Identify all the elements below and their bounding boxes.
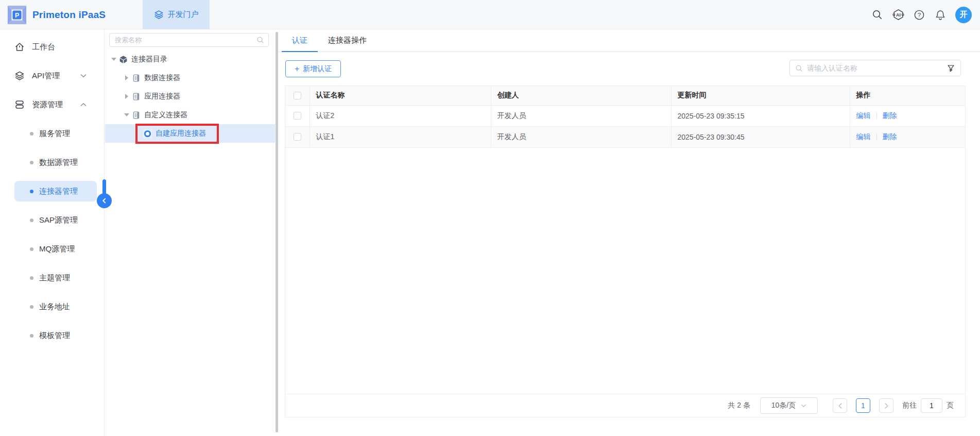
filter-funnel-icon[interactable] xyxy=(947,64,955,73)
sidebar-item-label: SAP源管理 xyxy=(39,215,78,225)
tree-node-data-connector[interactable]: 数据连接器 xyxy=(105,69,275,87)
tab-label: 认证 xyxy=(292,36,307,45)
edit-link[interactable]: 编辑 xyxy=(856,111,871,120)
ai-assistant-icon[interactable]: AI xyxy=(892,9,904,21)
tree-node-app-connector[interactable]: 应用连接器 xyxy=(105,87,275,106)
edit-link[interactable]: 编辑 xyxy=(856,132,871,141)
search-icon[interactable] xyxy=(871,9,883,21)
cell-updated: 2025-05-23 09:35:15 xyxy=(671,105,850,126)
page-unit-label: 页 xyxy=(947,401,954,410)
sidebar-nav: 工作台 API管理 资源管理 服务管理 数据源管理 xyxy=(0,29,105,436)
select-all-checkbox[interactable] xyxy=(294,92,301,99)
ring-icon xyxy=(143,129,152,138)
caret-right-icon[interactable] xyxy=(123,75,131,80)
next-page-button[interactable] xyxy=(879,398,893,413)
svg-text:P: P xyxy=(15,12,19,19)
tree-node-label: 自定义连接器 xyxy=(144,110,187,120)
sidebar-item-template-mgmt[interactable]: 模板管理 xyxy=(14,325,97,346)
tree-node-custom-connector[interactable]: 自定义连接器 xyxy=(105,106,275,124)
sidebar-item-datasource-mgmt[interactable]: 数据源管理 xyxy=(14,152,97,173)
cell-creator: 开发人员 xyxy=(491,126,671,147)
sidebar-item-label: 工作台 xyxy=(32,42,55,52)
layers-icon xyxy=(154,10,164,20)
sidebar-collapse-button[interactable] xyxy=(97,193,112,208)
column-header-updated: 更新时间 xyxy=(671,86,850,105)
sidebar-item-resources[interactable]: 资源管理 xyxy=(0,94,104,115)
tree-node-label: 自建应用连接器 xyxy=(156,129,206,138)
page-size-select[interactable]: 10条/页 xyxy=(760,397,818,414)
cell-updated: 2025-05-23 09:30:45 xyxy=(671,126,850,147)
tree-scrollbar[interactable] xyxy=(276,32,278,432)
delete-link[interactable]: 删除 xyxy=(883,111,897,120)
table-empty-area xyxy=(285,148,965,394)
sidebar-item-label: 主题管理 xyxy=(39,273,70,283)
auth-search-box xyxy=(789,60,961,76)
pagination-bar: 共 2 条 10条/页 1 前往 页 xyxy=(285,394,965,417)
document-icon xyxy=(132,111,141,120)
chevron-left-icon xyxy=(838,403,843,409)
app-header: P Primeton iPaaS 开发门户 AI xyxy=(0,0,980,29)
sidebar-item-service-mgmt[interactable]: 服务管理 xyxy=(14,123,97,144)
sidebar-item-sap-mgmt[interactable]: SAP源管理 xyxy=(14,210,97,230)
bullet-icon xyxy=(30,305,33,309)
cell-creator: 开发人员 xyxy=(491,105,671,126)
tab-connector-operations[interactable]: 连接器操作 xyxy=(318,29,377,52)
caret-right-icon[interactable] xyxy=(123,94,131,99)
sidebar-item-label: 业务地址 xyxy=(39,302,70,312)
sidebar-item-connector-mgmt[interactable]: 连接器管理 xyxy=(14,181,97,202)
caret-down-icon[interactable] xyxy=(110,58,118,61)
sidebar-item-label: 模板管理 xyxy=(39,331,70,341)
sidebar-item-label: 连接器管理 xyxy=(39,187,78,196)
sidebar-item-business-address[interactable]: 业务地址 xyxy=(14,296,97,317)
bullet-icon xyxy=(30,161,33,164)
ai-badge-text: AI xyxy=(896,12,901,18)
sidebar-item-api[interactable]: API管理 xyxy=(0,65,104,86)
bullet-icon xyxy=(30,190,33,193)
auth-search-input[interactable] xyxy=(807,64,942,72)
chevron-left-icon xyxy=(101,198,107,204)
app-logo: P Primeton iPaaS xyxy=(7,0,106,29)
column-header-creator: 创建人 xyxy=(491,86,671,105)
action-divider xyxy=(876,113,877,119)
prev-page-button[interactable] xyxy=(833,398,847,413)
tab-authentication[interactable]: 认证 xyxy=(282,29,318,52)
user-avatar[interactable]: 开 xyxy=(955,7,972,23)
cell-auth-name: 认证1 xyxy=(310,126,491,147)
sidebar-item-label: 数据源管理 xyxy=(39,158,78,167)
document-icon xyxy=(132,92,141,101)
content-tab-bar: 认证 连接器操作 xyxy=(278,29,980,52)
table-row: 认证2 开发人员 2025-05-23 09:35:15 编辑删除 xyxy=(285,105,965,126)
tab-label: 连接器操作 xyxy=(328,36,367,45)
add-auth-button[interactable]: + 新增认证 xyxy=(285,60,341,77)
sidebar-item-label: MQ源管理 xyxy=(39,244,75,254)
auth-table: 认证名称 创建人 更新时间 操作 认证2 开发人员 2025-05-23 09:… xyxy=(285,86,965,148)
goto-page-input[interactable] xyxy=(921,398,942,413)
tree-node-connector-catalog[interactable]: 连接器目录 xyxy=(105,50,275,69)
row-checkbox[interactable] xyxy=(294,112,301,120)
connector-tree-panel: 连接器目录 数据连接器 xyxy=(105,29,278,436)
table-header-row: 认证名称 创建人 更新时间 操作 xyxy=(285,86,965,105)
sidebar-item-mq-mgmt[interactable]: MQ源管理 xyxy=(14,239,97,259)
table-row: 认证1 开发人员 2025-05-23 09:30:45 编辑删除 xyxy=(285,126,965,147)
portal-tab-label: 开发门户 xyxy=(168,10,199,20)
tree-node-label: 连接器目录 xyxy=(131,55,167,64)
help-icon[interactable]: ? xyxy=(913,9,925,21)
chevron-up-icon xyxy=(80,103,87,107)
tree-search-input[interactable] xyxy=(115,36,256,44)
notification-bell-icon[interactable] xyxy=(934,9,947,21)
sidebar-item-topic-mgmt[interactable]: 主题管理 xyxy=(14,267,97,288)
add-auth-label: 新增认证 xyxy=(303,64,332,74)
caret-down-icon[interactable] xyxy=(123,113,131,116)
tree-node-selfbuilt-app-connector[interactable]: 自建应用连接器 xyxy=(105,124,275,143)
bullet-icon xyxy=(30,276,33,280)
svg-text:?: ? xyxy=(918,12,921,18)
delete-link[interactable]: 删除 xyxy=(883,132,897,141)
row-checkbox[interactable] xyxy=(294,133,301,141)
search-icon[interactable] xyxy=(256,36,264,44)
action-divider xyxy=(876,134,877,140)
sidebar-item-workbench[interactable]: 工作台 xyxy=(0,37,104,57)
page-number-button[interactable]: 1 xyxy=(856,398,870,413)
chevron-down-icon xyxy=(80,74,87,78)
total-count-label: 共 2 条 xyxy=(728,401,750,410)
portal-tab-dev[interactable]: 开发门户 xyxy=(143,0,210,29)
